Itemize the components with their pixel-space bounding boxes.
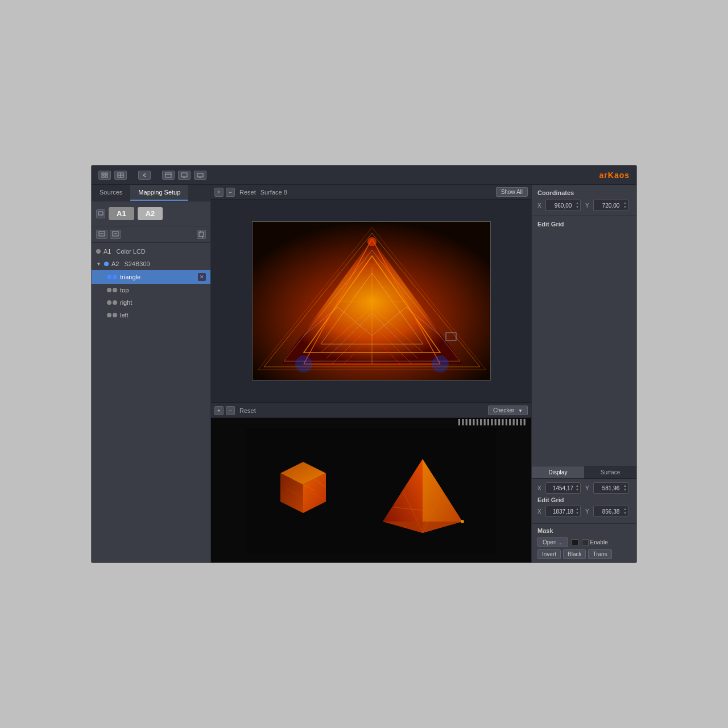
canvas-top-image xyxy=(252,221,491,380)
layer-a1-display: Color LCD xyxy=(116,248,145,255)
display-x-down[interactable]: ▼ xyxy=(576,488,579,492)
svg-rect-12 xyxy=(197,173,203,177)
display-y-down[interactable]: ▼ xyxy=(623,488,627,492)
coord-y-value: 720,00 xyxy=(602,202,620,209)
monitor-a2-button[interactable]: A2 xyxy=(138,207,163,220)
coord-y-arrows: ▲ ▼ xyxy=(623,201,627,209)
display-surface-tabs: Display Surface xyxy=(532,466,636,479)
tab-sources[interactable]: Sources xyxy=(92,185,130,201)
svg-point-36 xyxy=(367,237,377,246)
grid2-icon[interactable] xyxy=(114,171,127,180)
layer-right[interactable]: right xyxy=(92,296,210,309)
canvas-bottom-area[interactable]: ▐▐▐▐▐▐▐▐▐▐▐▐▐▐▐▐▐▐▐ xyxy=(211,418,531,562)
coord-x-up[interactable]: ▲ xyxy=(576,201,579,205)
monitor-icon[interactable] xyxy=(178,171,191,180)
sidebar: Sources Mapping Setup A1 A2 xyxy=(92,185,211,562)
mask-open-row: Open ... Enable xyxy=(537,537,631,547)
triangle-close[interactable]: ✕ xyxy=(198,273,206,281)
layer-a2[interactable]: ▼ A2 S24B300 xyxy=(92,258,210,270)
remove-layer-btn[interactable] xyxy=(110,230,121,239)
canvas-top-area[interactable] xyxy=(211,200,531,402)
svg-rect-0 xyxy=(102,173,104,175)
checker-dropdown[interactable]: Checker ▼ xyxy=(488,406,528,415)
coord-x-arrows: ▲ ▼ xyxy=(576,201,579,209)
display-y-input[interactable]: 581,96 ▲ ▼ xyxy=(593,482,628,494)
grid-y-down[interactable]: ▼ xyxy=(623,511,627,515)
back-icon[interactable] xyxy=(138,171,151,180)
add-layer-btn[interactable] xyxy=(96,230,107,239)
vp-add-btn[interactable]: + xyxy=(214,188,224,197)
black-button[interactable]: Black xyxy=(563,549,586,559)
grid-x-down[interactable]: ▼ xyxy=(576,511,579,515)
invert-button[interactable]: Invert xyxy=(537,549,561,559)
coord-y-down[interactable]: ▼ xyxy=(623,205,627,209)
display-icon[interactable] xyxy=(194,171,206,180)
title-bar: arKaos xyxy=(92,166,636,185)
monitor-toggle[interactable] xyxy=(96,209,105,218)
trans-button[interactable]: Trans xyxy=(588,549,611,559)
layer-left[interactable]: left xyxy=(92,309,210,321)
edit-grid-top-title: Edit Grid xyxy=(537,221,631,228)
display-x-input[interactable]: 1454,17 ▲ ▼ xyxy=(545,482,581,494)
vp-reset-label[interactable]: Reset xyxy=(239,189,256,196)
layer-a2-display: S24B300 xyxy=(124,260,150,267)
viewport-top-toolbar: + − Reset Surface 8 Show All xyxy=(211,185,531,200)
coord-x-down[interactable]: ▼ xyxy=(576,205,579,209)
display-y-value: 581,96 xyxy=(602,485,620,491)
display-x-up[interactable]: ▲ xyxy=(576,484,579,488)
grid-y-value: 856,38 xyxy=(602,508,620,515)
vp-bottom-sub-btn[interactable]: − xyxy=(226,406,235,415)
show-all-button[interactable]: Show All xyxy=(496,187,528,197)
tab-surface[interactable]: Surface xyxy=(584,466,636,478)
display-y-up[interactable]: ▲ xyxy=(623,484,627,488)
grid-x-up[interactable]: ▲ xyxy=(576,507,579,511)
bottom-counter: ▐▐▐▐▐▐▐▐▐▐▐▐▐▐▐▐▐▐▐ xyxy=(457,419,526,425)
display-x-arrows: ▲ ▼ xyxy=(576,484,579,492)
layer-right-name: right xyxy=(120,299,206,306)
expand-icon[interactable] xyxy=(162,171,175,180)
coord-y-input[interactable]: 720,00 ▲ ▼ xyxy=(593,200,628,211)
vp-sub-btn[interactable]: − xyxy=(226,188,235,197)
grid-icon[interactable] xyxy=(98,171,111,180)
mask-title: Mask xyxy=(537,527,631,534)
layer-triangle[interactable]: triangle ✕ xyxy=(92,270,210,284)
grid-x-input[interactable]: 1837,18 ▲ ▼ xyxy=(545,506,581,517)
coordinates-section: Coordinates X 960,00 ▲ ▼ Y 720,00 xyxy=(532,185,636,216)
svg-point-52 xyxy=(461,520,464,523)
grid-y-up[interactable]: ▲ xyxy=(623,507,627,511)
a2-expand-arrow[interactable]: ▼ xyxy=(96,261,101,267)
layer-a1[interactable]: A1 Color LCD xyxy=(92,245,210,258)
vp-bottom-reset-label[interactable]: Reset xyxy=(239,407,256,414)
layer-top[interactable]: top xyxy=(92,284,210,296)
svg-rect-9 xyxy=(181,173,187,177)
viewport-bottom: + − Reset Checker ▼ ▐▐▐▐▐▐▐▐▐▐▐▐▐▐▐▐▐▐▐ xyxy=(211,403,531,562)
grid-y-input[interactable]: 856,38 ▲ ▼ xyxy=(593,506,628,517)
right-bottom-section: Display Surface X 1454,17 ▲ ▼ xyxy=(532,466,636,562)
settings-btn[interactable] xyxy=(197,230,206,239)
top-dots xyxy=(107,288,117,292)
right-dots xyxy=(107,300,117,305)
svg-rect-7 xyxy=(166,173,171,177)
monitor-a1-button[interactable]: A1 xyxy=(109,207,134,220)
grid-x-value: 1837,18 xyxy=(553,508,573,515)
viewport-top: + − Reset Surface 8 Show All xyxy=(211,185,531,403)
coord-y-up[interactable]: ▲ xyxy=(623,201,627,205)
mask-enable-checkbox[interactable] xyxy=(582,539,589,546)
svg-rect-19 xyxy=(199,232,204,237)
layer-list: A1 Color LCD ▼ A2 S24B300 xyxy=(92,243,210,562)
layer-a1-dot xyxy=(96,249,101,254)
canvas-svg xyxy=(253,222,491,380)
mask-open-button[interactable]: Open ... xyxy=(537,537,568,547)
canvas-bottom-svg xyxy=(246,428,497,553)
grid-x-label: X xyxy=(537,508,543,515)
tab-mapping[interactable]: Mapping Setup xyxy=(130,185,188,201)
svg-rect-1 xyxy=(105,173,107,175)
coord-row-top: X 960,00 ▲ ▼ Y 720,00 ▲ ▼ xyxy=(537,200,631,211)
tab-display[interactable]: Display xyxy=(532,466,584,478)
vp-bottom-add-btn[interactable]: + xyxy=(214,406,224,415)
grid-x-arrows: ▲ ▼ xyxy=(576,507,579,515)
main-content: Sources Mapping Setup A1 A2 xyxy=(92,185,636,562)
coord-x-input[interactable]: 960,00 ▲ ▼ xyxy=(545,200,581,211)
title-bar-icons xyxy=(98,171,206,180)
brand-logo: arKaos xyxy=(599,171,630,180)
